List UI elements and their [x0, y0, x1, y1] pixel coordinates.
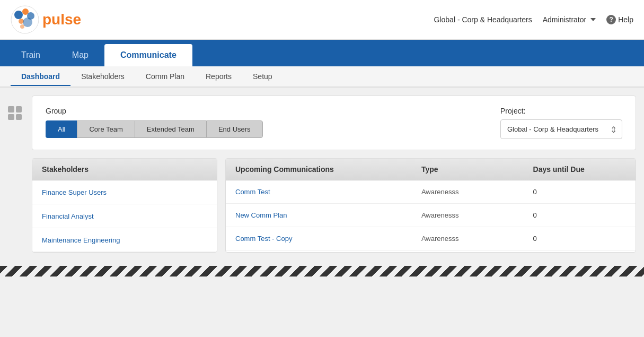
group-btn-all[interactable]: All — [46, 120, 77, 138]
nav-tab-train[interactable]: Train — [5, 44, 56, 66]
sidebar-icon-cell-2 — [16, 106, 22, 113]
comm-days-cell: 0 — [533, 235, 626, 243]
group-btn-core-team[interactable]: Core Team — [77, 120, 134, 138]
nav-tab-map[interactable]: Map — [56, 44, 104, 66]
header: pulse Global - Corp & Headquarters Admin… — [0, 0, 644, 40]
sub-nav-reports[interactable]: Reports — [195, 68, 242, 86]
comm-name-cell: Comm Test — [235, 188, 421, 196]
stakeholder-link-maintenance-engineering[interactable]: Maintenance Engineering — [42, 236, 120, 244]
comm-link-comm-test-copy[interactable]: Comm Test - Copy — [235, 235, 292, 243]
sidebar-icon-cell-1 — [8, 106, 14, 113]
comms-rows: Comm TestAwarenesss0New Comm PlanAwarene… — [226, 180, 636, 250]
upcoming-comms-card: Upcoming Communications Type Days until … — [225, 158, 636, 253]
group-buttons: AllCore TeamExtended TeamEnd Users — [46, 120, 263, 138]
comms-col-name: Upcoming Communications — [235, 165, 421, 174]
admin-button[interactable]: Administrator — [543, 15, 596, 24]
stakeholder-row: Maintenance Engineering — [32, 228, 217, 252]
header-project-name: Global - Corp & Headquarters — [434, 15, 532, 24]
content-area: Group AllCore TeamExtended TeamEnd Users… — [32, 96, 636, 253]
comm-type-cell: Awarenesss — [421, 211, 533, 219]
group-label: Group — [46, 107, 263, 115]
stakeholder-row: Financial Analyst — [32, 204, 217, 228]
help-icon: ? — [606, 15, 616, 24]
comms-col-type: Type — [421, 165, 533, 174]
comms-data-row: Comm TestAwarenesss0 — [226, 180, 636, 204]
comms-header-row: Upcoming Communications Type Days until … — [226, 159, 636, 180]
admin-chevron-icon — [590, 18, 596, 21]
sidebar-toggle[interactable] — [8, 96, 24, 253]
comm-link-new-comm-plan[interactable]: New Comm Plan — [235, 211, 287, 219]
sub-nav-setup[interactable]: Setup — [242, 68, 283, 86]
svg-point-1 — [14, 11, 23, 19]
bottom-cards: Stakeholders Finance Super UsersFinancia… — [32, 158, 636, 253]
comm-type-cell: Awarenesss — [421, 188, 533, 196]
sub-nav-stakeholders[interactable]: Stakeholders — [70, 68, 135, 86]
stakeholder-link-financial-analyst[interactable]: Financial Analyst — [42, 212, 94, 220]
project-label: Project: — [500, 107, 622, 115]
zigzag-border — [0, 266, 644, 276]
logo-text: pulse — [42, 11, 81, 28]
header-right: Global - Corp & Headquarters Administrat… — [434, 15, 633, 24]
comm-name-cell: New Comm Plan — [235, 211, 421, 219]
comm-type-cell: Awarenesss — [421, 235, 533, 243]
svg-point-5 — [23, 18, 32, 27]
stakeholder-link-finance-super-users[interactable]: Finance Super Users — [42, 188, 107, 196]
comm-days-cell: 0 — [533, 188, 626, 196]
help-button[interactable]: ? Help — [606, 15, 633, 24]
stakeholders-list: Finance Super UsersFinancial AnalystMain… — [32, 180, 217, 252]
project-area: Project: Global - Corp & Headquarters ⇕ — [500, 107, 622, 139]
sidebar-icon — [8, 106, 22, 120]
sidebar-icon-cell-4 — [16, 114, 22, 120]
group-btn-end-users[interactable]: End Users — [206, 120, 263, 138]
pulse-logo-icon — [11, 5, 40, 34]
sidebar-icon-cell-3 — [8, 114, 14, 120]
nav-tab-communicate[interactable]: Communicate — [104, 44, 192, 66]
stakeholder-row: Finance Super Users — [32, 180, 217, 204]
group-left: Group AllCore TeamExtended TeamEnd Users — [46, 107, 263, 138]
main-content: Group AllCore TeamExtended TeamEnd Users… — [0, 88, 644, 261]
sub-nav-dashboard[interactable]: Dashboard — [11, 68, 70, 86]
comm-days-cell: 0 — [533, 211, 626, 219]
nav-tabs: TrainMapCommunicate — [0, 40, 644, 66]
comm-name-cell: Comm Test - Copy — [235, 235, 421, 243]
project-select[interactable]: Global - Corp & Headquarters — [500, 119, 622, 139]
comms-col-days: Days until Due — [533, 165, 626, 174]
group-card: Group AllCore TeamExtended TeamEnd Users… — [32, 96, 636, 150]
group-btn-extended-team[interactable]: Extended Team — [135, 120, 206, 138]
comm-link-comm-test[interactable]: Comm Test — [235, 188, 270, 196]
project-select-wrapper: Global - Corp & Headquarters ⇕ — [500, 119, 622, 139]
sub-nav-comm-plan[interactable]: Comm Plan — [135, 68, 195, 86]
stakeholders-card: Stakeholders Finance Super UsersFinancia… — [32, 158, 217, 253]
comms-data-row: New Comm PlanAwarenesss0 — [226, 204, 636, 227]
stakeholders-header: Stakeholders — [32, 159, 217, 180]
logo-area: pulse — [11, 5, 81, 34]
sub-nav: DashboardStakeholdersComm PlanReportsSet… — [0, 66, 644, 88]
comms-data-row: Comm Test - CopyAwarenesss0 — [226, 227, 636, 250]
svg-point-6 — [20, 24, 24, 29]
